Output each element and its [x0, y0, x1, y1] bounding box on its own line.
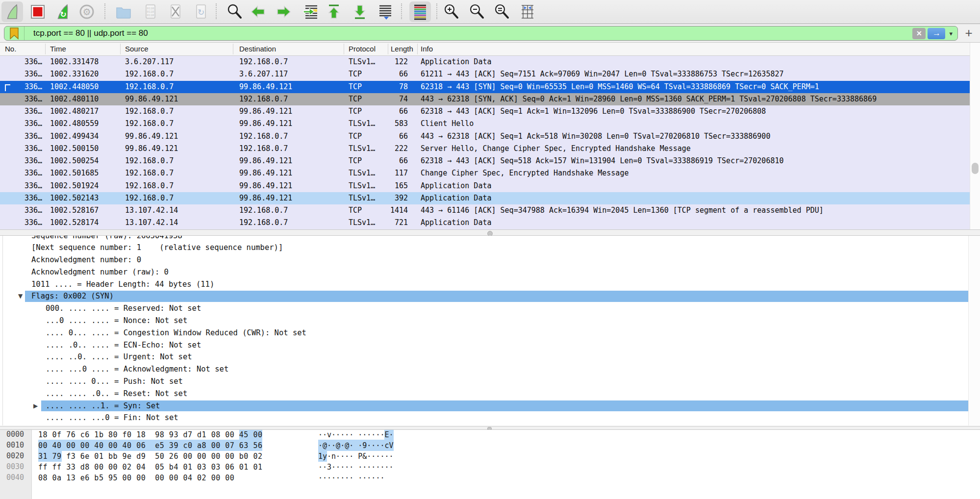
table-row[interactable]: 336…1002.50015099.86.49.121192.168.0.7TL…	[0, 143, 970, 155]
resize-columns-icon	[519, 3, 536, 21]
table-row[interactable]: 336…1002.331620192.168.0.73.6.207.117TCP…	[0, 68, 970, 80]
detail-line[interactable]: [Next sequence number: 1 (relative seque…	[0, 242, 980, 254]
display-filter-input[interactable]: tcp.port == 80 || udp.port == 80 ✕ → ▾	[4, 26, 958, 41]
reload-file-button[interactable]: ↻	[190, 1, 212, 22]
detail-line-syn-highlighted[interactable]: ▶.... .... ..1. = Syn: Set	[0, 400, 980, 412]
zoom-reset-button[interactable]	[491, 1, 513, 22]
selection-highlight	[41, 400, 968, 412]
table-row[interactable]: 336…1002.501924192.168.0.799.86.49.121TL…	[0, 180, 970, 192]
filter-bookmark-button[interactable]	[4, 26, 25, 40]
column-header-time[interactable]: Time	[50, 43, 119, 55]
filter-text[interactable]: tcp.port == 80 || udp.port == 80	[33, 28, 912, 38]
stop-capture-button[interactable]	[27, 1, 49, 22]
pane-splitter[interactable]	[0, 229, 980, 236]
go-back-button[interactable]	[247, 1, 269, 22]
detail-line[interactable]: .... 0... .... = Congestion Window Reduc…	[0, 327, 980, 339]
table-row[interactable]: 336…1002.480559192.168.0.799.86.49.121TL…	[0, 118, 970, 130]
resize-columns-button[interactable]	[517, 1, 538, 22]
detail-line[interactable]: Acknowledgment number: 0	[0, 254, 980, 266]
filter-apply-button[interactable]: →	[928, 28, 945, 39]
column-divider	[45, 44, 46, 54]
close-file-button[interactable]	[165, 1, 186, 22]
column-header-length[interactable]: Length	[391, 43, 414, 55]
detail-line[interactable]: 1011 .... = Header Length: 44 bytes (11)	[0, 278, 980, 291]
column-divider	[233, 44, 233, 54]
svg-text:0110: 0110	[147, 6, 154, 10]
pane-border	[2, 236, 3, 425]
arrow-bottom-icon	[351, 3, 369, 21]
chevron-down-icon[interactable]: ▼	[18, 290, 23, 302]
capture-options-button[interactable]: ⚙	[76, 1, 98, 22]
scrollbar-thumb[interactable]	[972, 163, 979, 174]
zoom-out-button[interactable]	[466, 1, 488, 22]
table-row-selected[interactable]: 336…1002.448050192.168.0.799.86.49.121TC…	[0, 81, 970, 93]
document-binary-icon: 011001100110	[142, 3, 159, 21]
column-header-no[interactable]: No.	[5, 43, 43, 55]
table-row[interactable]: 336…1002.500254192.168.0.799.86.49.121TC…	[0, 155, 970, 167]
hex-row[interactable]: 0010 00 40 00 00 40 00 40 06 e5 39 c0 a8…	[0, 440, 966, 450]
table-row[interactable]: 336…1002.501685192.168.0.799.86.49.121TL…	[0, 167, 970, 179]
table-row[interactable]: 336…1002.52816713.107.42.14192.168.0.7TC…	[0, 204, 970, 217]
auto-scroll-icon	[377, 3, 394, 21]
toolbar-separator	[436, 3, 437, 19]
table-row[interactable]: 336…1002.49943499.86.49.121192.168.0.7TC…	[0, 130, 970, 143]
go-last-button[interactable]	[349, 1, 371, 22]
detail-line[interactable]: 000. .... .... = Reserved: Not set	[0, 302, 980, 315]
detail-line[interactable]: .... .0.. .... = ECN-Echo: Not set	[0, 339, 980, 351]
restart-capture-button[interactable]: ↻	[52, 1, 74, 22]
column-header-destination[interactable]: Destination	[239, 43, 341, 55]
hex-row[interactable]: 0030 ff ff 33 d8 00 00 02 04 05 b4 01 03…	[0, 461, 966, 472]
detail-line[interactable]: ...0 .... .... = Nonce: Not set	[0, 315, 980, 327]
table-row[interactable]: 336…1002.48011099.86.49.121192.168.0.7TC…	[0, 93, 970, 105]
column-header-source[interactable]: Source	[125, 43, 230, 55]
gear-icon: ⚙	[78, 3, 96, 21]
table-row[interactable]: 336…1002.502143192.168.0.799.86.49.121TL…	[0, 192, 970, 204]
column-header-protocol[interactable]: Protocol	[349, 43, 386, 55]
hex-row[interactable]: 0040 08 0a 13 e6 b5 95 00 00 00 00 04 02…	[0, 472, 966, 483]
shark-fin-icon	[3, 3, 21, 21]
pane-splitter[interactable]	[0, 426, 980, 430]
detail-line-flags-highlighted[interactable]: ▼Flags: 0x002 (SYN)	[0, 290, 980, 302]
detail-line[interactable]: Acknowledgment number (raw): 0	[0, 266, 980, 278]
packet-details-pane: Sequence number (raw): 2665041958 [Next …	[0, 236, 980, 425]
detail-line[interactable]: .... ...0 .... = Acknowledgment: Not set	[0, 363, 980, 375]
packet-list-scrollbar[interactable]	[970, 43, 980, 229]
highlighted-bytes: 31 79	[38, 450, 62, 462]
detail-line[interactable]: .... .... .0.. = Reset: Not set	[0, 388, 980, 400]
go-to-packet-button[interactable]	[300, 1, 321, 22]
arrow-left-icon	[249, 3, 267, 21]
main-toolbar: ↻ ⚙ 011001100110 ↻	[0, 0, 980, 24]
zoom-in-button[interactable]	[441, 1, 462, 22]
detail-line[interactable]: Sequence number (raw): 2665041958	[0, 236, 980, 242]
auto-scroll-button[interactable]	[375, 1, 396, 22]
table-row[interactable]: 336…1002.480217192.168.0.799.86.49.121TC…	[0, 105, 970, 118]
zoom-out-icon	[468, 3, 486, 21]
table-row[interactable]: 336…1002.3314783.6.207.117192.168.0.7TLS…	[0, 56, 970, 68]
start-capture-button[interactable]	[1, 1, 23, 22]
find-packet-button[interactable]	[224, 1, 246, 22]
filter-history-caret[interactable]: ▾	[949, 30, 953, 37]
highlighted-ascii: ·@··@·@· ·9····cV	[318, 440, 394, 451]
svg-text:⚙: ⚙	[82, 6, 91, 17]
detail-line[interactable]: .... .... ...0 = Fin: Not set	[0, 412, 980, 424]
colorize-packets-button[interactable]	[409, 1, 431, 22]
save-file-button[interactable]: 011001100110	[140, 1, 161, 22]
go-first-button[interactable]	[323, 1, 345, 22]
table-row[interactable]: 336…1002.52817413.107.42.14192.168.0.7TL…	[0, 217, 970, 229]
bookmark-icon	[9, 27, 19, 40]
colorize-icon	[411, 3, 429, 21]
add-filter-button[interactable]: +	[961, 25, 976, 41]
column-header-info[interactable]: Info	[421, 43, 617, 55]
hex-row[interactable]: 0020 31 79 f3 6e 01 bb 9e d9 50 26 00 00…	[0, 450, 966, 461]
zoom-in-icon	[443, 3, 460, 21]
open-file-button[interactable]	[113, 1, 134, 22]
detail-line[interactable]: .... .... 0... = Push: Not set	[0, 375, 980, 388]
toolbar-separator	[104, 3, 105, 19]
detail-line[interactable]: .... ..0. .... = Urgent: Not set	[0, 351, 980, 363]
chevron-right-icon[interactable]: ▶	[33, 400, 38, 412]
filter-clear-button[interactable]: ✕	[912, 28, 926, 39]
search-icon	[226, 3, 244, 21]
go-forward-button[interactable]	[273, 1, 295, 22]
hex-row[interactable]: 0000 18 0f 76 c6 1b 80 f0 18 98 93 d7 d1…	[0, 430, 966, 440]
details-scrollbar[interactable]	[968, 236, 980, 425]
